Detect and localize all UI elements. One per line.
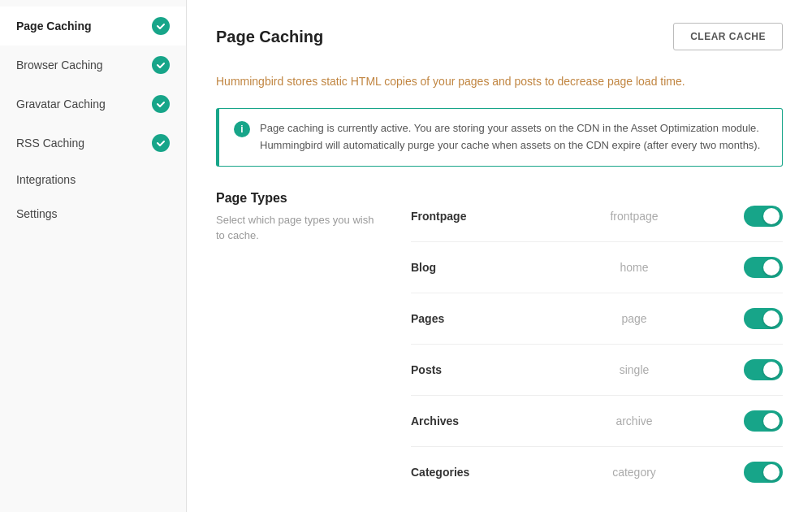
toggle-slider [744,462,783,483]
page-type-slug: page [525,312,744,325]
table-row: Archivesarchive [411,396,783,447]
page-type-slug: frontpage [525,210,744,223]
check-icon [152,56,170,74]
sidebar-item-integrations[interactable]: Integrations [0,163,186,197]
page-description: Hummingbird stores static HTML copies of… [216,73,783,90]
toggle-switch[interactable] [744,206,783,227]
sidebar: Page Caching Browser Caching Gravatar Ca… [0,0,187,512]
toggle-switch[interactable] [744,257,783,278]
toggle-switch[interactable] [744,359,783,380]
info-icon: i [234,121,250,137]
page-type-slug: home [525,261,744,274]
page-type-name: Archives [411,414,525,427]
toggle-slider [744,206,783,227]
table-row: Categoriescategory [411,447,783,497]
page-type-name: Categories [411,466,525,479]
sidebar-item-label: Settings [16,207,170,220]
section-description: Select which page types you wish to cach… [216,212,378,244]
sidebar-item-label: RSS Caching [16,137,152,150]
toggle-slider [744,359,783,380]
check-icon [152,95,170,113]
sidebar-item-label: Browser Caching [16,59,152,72]
main-header: Page Caching CLEAR CACHE [216,23,783,50]
sidebar-item-rss-caching[interactable]: RSS Caching [0,124,186,163]
table-row: Bloghome [411,242,783,293]
sidebar-item-gravatar-caching[interactable]: Gravatar Caching [0,85,186,124]
page-type-slug: archive [525,414,744,427]
sidebar-item-label: Gravatar Caching [16,98,152,111]
check-icon [152,134,170,152]
toggle-slider [744,257,783,278]
main-content: Page Caching CLEAR CACHE Hummingbird sto… [187,0,812,512]
page-type-name: Posts [411,363,525,376]
sidebar-item-browser-caching[interactable]: Browser Caching [0,46,186,85]
page-type-slug: single [525,363,744,376]
table-row: Postssingle [411,345,783,396]
page-title: Page Caching [216,28,323,46]
page-type-slug: category [525,466,744,479]
sidebar-item-label: Page Caching [16,20,152,33]
info-box: i Page caching is currently active. You … [216,108,783,167]
page-type-name: Blog [411,261,525,274]
sidebar-item-page-caching[interactable]: Page Caching [0,7,186,46]
sidebar-item-settings[interactable]: Settings [0,197,186,231]
page-types-left: Page Types Select which page types you w… [216,191,378,497]
toggle-switch[interactable] [744,462,783,483]
toggle-slider [744,308,783,329]
table-row: Frontpagefrontpage [411,191,783,242]
sidebar-item-label: Integrations [16,173,170,186]
toggle-slider [744,410,783,432]
table-row: Pagespage [411,293,783,345]
page-type-name: Pages [411,312,525,325]
clear-cache-button[interactable]: CLEAR CACHE [673,23,783,50]
check-icon [152,17,170,35]
page-types-section: Page Types Select which page types you w… [216,191,783,497]
info-message: Page caching is currently active. You ar… [260,120,767,154]
toggle-switch[interactable] [744,308,783,329]
section-title: Page Types [216,191,378,206]
page-type-name: Frontpage [411,210,525,223]
toggle-switch[interactable] [744,410,783,432]
page-types-list: FrontpagefrontpageBloghomePagespagePosts… [411,191,783,497]
